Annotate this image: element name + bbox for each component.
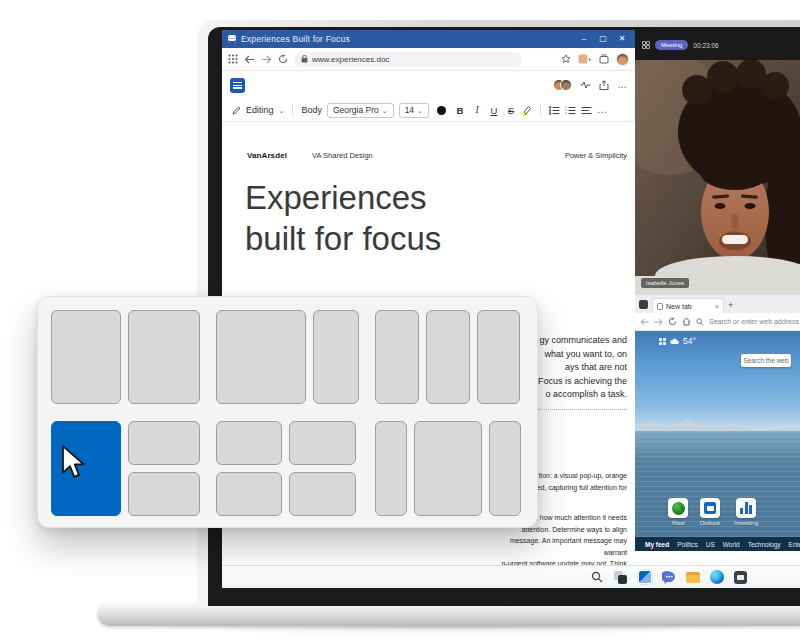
align-icon[interactable] (581, 106, 592, 115)
presence-avatars[interactable] (553, 79, 572, 91)
refresh-button[interactable] (278, 54, 288, 64)
dock-label: Investing (730, 520, 762, 526)
snap-zone[interactable] (128, 310, 200, 404)
close-button[interactable]: ✕ (615, 30, 629, 48)
font-select[interactable]: Georgia Pro ⌄ (327, 103, 394, 118)
nav-link-world[interactable]: World (723, 541, 740, 548)
video-feed: Isabelle Jones (635, 60, 800, 295)
style-button[interactable]: Body (301, 105, 322, 115)
profile-avatar[interactable] (616, 53, 629, 66)
search-icon (696, 318, 704, 326)
dock-label: Outlook (694, 520, 726, 526)
word-logo-icon[interactable] (230, 78, 245, 93)
favorites-star-icon[interactable] (561, 54, 571, 64)
snap-zone[interactable] (128, 421, 200, 465)
dock-tile-xbox[interactable] (668, 498, 688, 518)
window-title: Experiences Built for Focus (241, 34, 350, 44)
new-tab-button[interactable]: + (728, 300, 733, 310)
home-icon[interactable] (682, 317, 691, 326)
file-explorer-icon[interactable] (685, 570, 700, 585)
start-button[interactable] (565, 570, 580, 585)
dock-tile-outlook[interactable] (700, 498, 720, 518)
snap-layout-two-columns (51, 310, 201, 404)
tab-title: New tab (666, 303, 692, 310)
doc-heading: Experiences built for focus (245, 177, 441, 259)
doc-brand-logo: VanArsdel (247, 151, 287, 160)
numbered-list-icon[interactable] (565, 106, 576, 115)
editing-mode-button[interactable]: Editing (246, 105, 274, 115)
forward-button[interactable] (654, 318, 663, 326)
collections-icon[interactable] (599, 54, 609, 64)
bullet-list-icon[interactable] (549, 106, 560, 115)
dock-tile-investing[interactable] (736, 498, 756, 518)
snap-zone[interactable] (414, 421, 482, 516)
collaborator-avatar (560, 79, 572, 91)
chevron-down-icon: ⌄ (382, 107, 388, 114)
activity-icon[interactable] (580, 81, 591, 89)
gallery-grid-icon[interactable] (642, 41, 650, 49)
doc-heading-line2: built for focus (245, 218, 441, 259)
snap-zone[interactable] (128, 472, 200, 516)
underline-button[interactable]: U (488, 105, 500, 116)
apps-grid-icon (659, 338, 666, 345)
widgets-icon[interactable] (637, 570, 652, 585)
address-bar[interactable]: www.experiences.doc (294, 52, 522, 67)
italic-button[interactable]: I (471, 105, 483, 115)
store-icon[interactable] (733, 570, 748, 585)
maximize-button[interactable]: ▢ (596, 30, 610, 48)
nav-link-politics[interactable]: Politics (677, 541, 698, 548)
font-size-select[interactable]: 14 ⌄ (399, 103, 429, 118)
browser-tab[interactable]: New tab × (652, 298, 724, 313)
forward-button[interactable] (261, 55, 272, 64)
snap-zone[interactable] (51, 310, 121, 404)
window-titlebar[interactable]: Experiences Built for Focus – ▢ ✕ (222, 30, 635, 48)
snap-zone[interactable] (216, 472, 282, 516)
nav-link-entertainment[interactable]: Entertainment (789, 541, 800, 548)
refresh-button[interactable] (668, 317, 677, 326)
snap-zone[interactable] (216, 421, 282, 465)
back-button[interactable] (244, 55, 255, 64)
share-icon[interactable] (599, 80, 609, 90)
chevron-down-icon[interactable]: ⌄ (279, 107, 285, 114)
snap-zone[interactable] (477, 310, 520, 404)
snap-zone[interactable] (375, 310, 419, 404)
chat-icon[interactable] (661, 570, 676, 585)
minimize-button[interactable]: – (577, 30, 591, 48)
tab-groups-icon[interactable] (639, 300, 648, 309)
weather-widget[interactable]: 54° (659, 336, 696, 346)
snap-zone[interactable] (289, 421, 356, 465)
snap-zone[interactable] (489, 421, 521, 516)
snap-zone[interactable] (216, 310, 306, 404)
more-options-icon[interactable]: … (617, 80, 627, 90)
nav-link-us[interactable]: US (706, 541, 715, 548)
wallpaper-sky (635, 331, 800, 433)
extensions-icon[interactable] (578, 54, 592, 64)
url-text: www.experiences.doc (312, 55, 389, 64)
edge-icon[interactable] (709, 570, 724, 585)
windows-taskbar (222, 565, 800, 588)
tab-close-icon[interactable]: × (715, 303, 719, 310)
edge-window-newtab: New tab × + (635, 295, 800, 565)
nav-link-my-feed[interactable]: My feed (645, 541, 669, 548)
back-button[interactable] (640, 318, 649, 326)
bold-button[interactable]: B (454, 105, 466, 116)
snap-zone[interactable] (375, 421, 407, 516)
nav-link-technology[interactable]: Technology (748, 541, 781, 548)
task-view-icon[interactable] (613, 570, 628, 585)
snap-zone[interactable] (426, 310, 470, 404)
snap-layout-quadrants (216, 421, 360, 516)
apps-grid-icon[interactable] (228, 54, 238, 64)
doc-department: VA Shared Design (312, 151, 373, 160)
snap-zone[interactable] (289, 472, 356, 516)
wallpaper-water (635, 431, 800, 551)
editing-pencil-icon (232, 106, 241, 115)
web-search-box[interactable]: Search the web (741, 354, 791, 367)
font-color-button[interactable] (437, 106, 446, 115)
cloud-icon (670, 338, 679, 345)
toolbar-overflow-icon[interactable]: … (597, 105, 607, 115)
highlighter-icon[interactable] (522, 105, 532, 115)
address-placeholder[interactable]: Search or enter web address (709, 318, 799, 325)
strikethrough-button[interactable]: S (505, 105, 517, 116)
snap-zone[interactable] (313, 310, 359, 404)
taskbar-search-icon[interactable] (589, 570, 604, 585)
